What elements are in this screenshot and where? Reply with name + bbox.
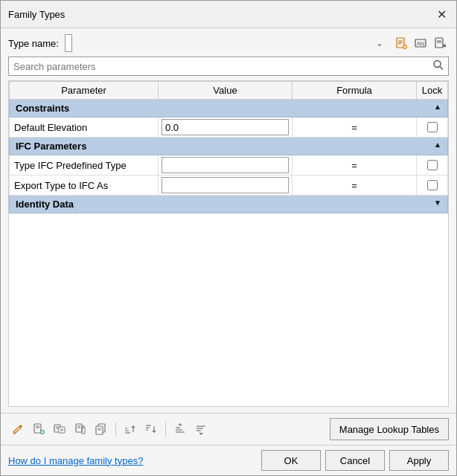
type-name-select-wrapper xyxy=(65,34,386,52)
value-cell[interactable] xyxy=(159,155,293,176)
section-header: Constraints ▲ xyxy=(10,100,448,118)
manage-lookup-button[interactable]: Manage Lookup Tables xyxy=(330,418,449,440)
section-header: Identity Data ▼ xyxy=(10,196,448,213)
svg-rect-26 xyxy=(59,427,65,433)
section-name: Constraints xyxy=(16,103,69,114)
apply-button[interactable]: Apply xyxy=(389,450,449,471)
group-down-icon[interactable] xyxy=(141,419,161,439)
new-type-icon[interactable] xyxy=(392,34,410,52)
delete-type-icon[interactable] xyxy=(431,34,449,52)
section-header: IFC Parameters ▲ xyxy=(10,138,448,155)
dialog-body: Type name: xyxy=(1,28,456,413)
separator-1 xyxy=(115,422,116,437)
formula-cell: = xyxy=(293,155,417,176)
ok-button[interactable]: OK xyxy=(261,450,321,471)
section-name: Identity Data xyxy=(16,199,74,210)
value-input[interactable] xyxy=(162,157,289,173)
section-collapse-icon[interactable]: ▲ xyxy=(434,103,441,111)
close-button[interactable]: ✕ xyxy=(434,7,449,22)
table-row: Default Elevation = xyxy=(10,118,448,138)
sort-asc-icon[interactable] xyxy=(170,419,190,439)
family-param-icon[interactable] xyxy=(71,419,90,439)
edit-icon[interactable] xyxy=(8,419,28,439)
param-name-cell: Type IFC Predefined Type xyxy=(10,155,159,176)
param-name-cell: Default Elevation xyxy=(10,118,159,138)
param-name-cell: Export Type to IFC As xyxy=(10,176,159,196)
title-bar: Family Types ✕ xyxy=(1,1,456,28)
type-name-select[interactable] xyxy=(65,34,72,52)
type-name-label: Type name: xyxy=(8,38,59,49)
svg-text:Ab|: Ab| xyxy=(417,41,425,47)
copy-icon[interactable] xyxy=(92,419,111,439)
bottom-toolbar: Manage Lookup Tables xyxy=(1,413,456,445)
col-value: Value xyxy=(159,82,293,100)
table-row: Type IFC Predefined Type = xyxy=(10,155,448,176)
lock-cell xyxy=(417,155,448,176)
dialog-title: Family Types xyxy=(8,9,65,20)
shared-param-icon[interactable] xyxy=(50,419,69,439)
lock-cell xyxy=(417,176,448,196)
value-cell[interactable] xyxy=(159,176,293,196)
cancel-button[interactable]: Cancel xyxy=(325,450,385,471)
bottom-icon-group xyxy=(8,419,211,439)
separator-2 xyxy=(165,422,166,437)
col-parameter: Parameter xyxy=(10,82,159,100)
group-up-icon[interactable] xyxy=(121,419,140,439)
value-input[interactable] xyxy=(162,119,289,135)
col-formula: Formula xyxy=(293,82,417,100)
search-row xyxy=(8,57,449,76)
formula-cell: = xyxy=(293,176,417,196)
section-name: IFC Parameters xyxy=(16,141,86,152)
help-link[interactable]: How do I manage family types? xyxy=(8,455,143,466)
lock-checkbox[interactable] xyxy=(427,122,438,132)
family-types-dialog: Family Types ✕ Type name: xyxy=(0,0,457,476)
lock-checkbox[interactable] xyxy=(427,180,438,190)
add-parameter-icon[interactable] xyxy=(29,419,48,439)
formula-cell: = xyxy=(293,118,417,138)
type-toolbar-icons: Ab| xyxy=(392,34,449,52)
table-container: Parameter Value Formula Lock Constraints… xyxy=(8,80,449,407)
type-name-row: Type name: xyxy=(8,34,449,52)
footer-buttons: OK Cancel Apply xyxy=(261,450,449,471)
section-collapse-icon[interactable]: ▲ xyxy=(434,141,441,149)
parameters-table: Parameter Value Formula Lock Constraints… xyxy=(9,81,448,213)
lock-checkbox[interactable] xyxy=(427,160,438,170)
rename-type-icon[interactable]: Ab| xyxy=(412,34,429,52)
value-cell[interactable] xyxy=(159,118,293,138)
sort-desc-icon[interactable] xyxy=(191,419,211,439)
svg-rect-17 xyxy=(34,424,41,433)
col-lock: Lock xyxy=(417,82,448,100)
value-input[interactable] xyxy=(162,177,289,193)
table-row: Export Type to IFC As = xyxy=(10,176,448,196)
search-input[interactable] xyxy=(8,57,449,76)
section-collapse-icon[interactable]: ▼ xyxy=(434,199,441,207)
footer: How do I manage family types? OK Cancel … xyxy=(1,445,456,475)
lock-cell xyxy=(417,118,448,138)
table-header-row: Parameter Value Formula Lock xyxy=(10,82,448,100)
